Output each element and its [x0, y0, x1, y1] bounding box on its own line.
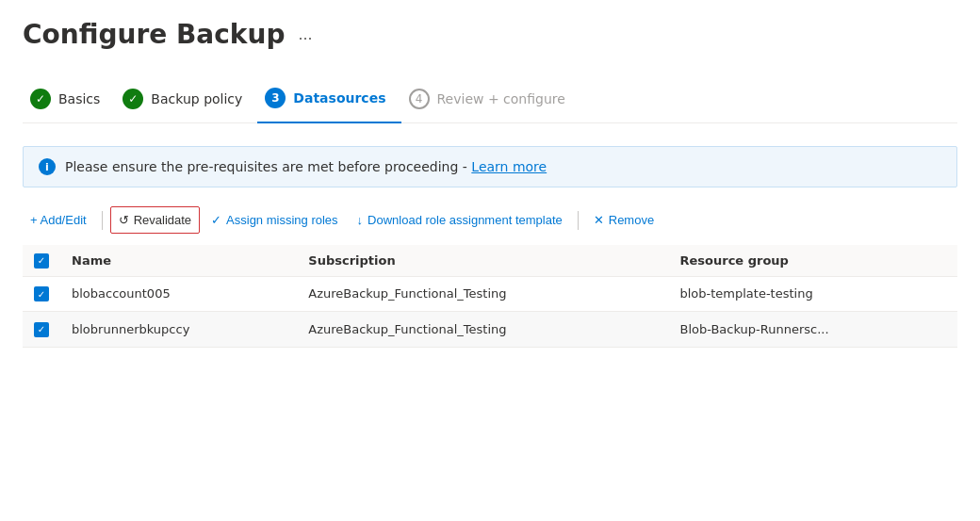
table-header-row: Name Subscription Resource group	[23, 245, 957, 276]
revalidate-label: Revalidate	[134, 213, 191, 227]
table-row: blobrunnerbkupccy AzureBackup_Functional…	[23, 312, 957, 348]
row-name-1: blobrunnerbkupccy	[60, 312, 297, 348]
info-banner-text: Please ensure the pre-requisites are met…	[65, 159, 547, 174]
download-button[interactable]: ↓ Download role assignment template	[350, 207, 570, 233]
row-subscription-0: AzureBackup_Functional_Testing	[297, 276, 668, 312]
row-name-0: blobaccount005	[60, 276, 297, 312]
info-banner: i Please ensure the pre-requisites are m…	[23, 146, 957, 187]
datasources-table: Name Subscription Resource group blobacc…	[23, 245, 957, 348]
add-edit-button[interactable]: + Add/Edit	[23, 207, 94, 233]
info-icon: i	[39, 158, 56, 175]
col-header-name: Name	[60, 245, 297, 276]
step-datasources[interactable]: 3 Datasources	[257, 76, 400, 123]
page-title-row: Configure Backup ...	[23, 19, 957, 50]
row-resource-group-1: Blob-Backup-Runnersc...	[668, 312, 957, 348]
col-header-checkbox	[23, 245, 60, 276]
row-checkbox-0[interactable]	[34, 286, 49, 301]
learn-more-link[interactable]: Learn more	[471, 159, 547, 174]
assign-roles-label: Assign missing roles	[226, 213, 338, 227]
toolbar-separator-1	[102, 211, 103, 230]
assign-roles-icon: ✓	[211, 213, 221, 227]
select-all-checkbox[interactable]	[34, 253, 49, 269]
remove-icon: ✕	[594, 213, 604, 227]
download-label: Download role assignment template	[368, 213, 563, 227]
step-backup-policy[interactable]: ✓ Backup policy	[115, 77, 257, 122]
table-row: blobaccount005 AzureBackup_Functional_Te…	[23, 276, 957, 312]
page-title: Configure Backup	[23, 19, 285, 50]
step-label-datasources: Datasources	[293, 90, 385, 106]
step-check-icon-policy: ✓	[122, 89, 143, 109]
row-checkbox-1[interactable]	[34, 322, 49, 337]
row-resource-group-0: blob-template-testing	[668, 276, 957, 312]
step-review-configure[interactable]: 4 Review + configure	[401, 77, 580, 122]
step-outline-icon-review: 4	[409, 89, 430, 109]
step-number-icon-datasources: 3	[265, 88, 286, 108]
col-header-subscription: Subscription	[297, 245, 668, 276]
page-container: Configure Backup ... ✓ Basics ✓ Backup p…	[0, 0, 980, 366]
assign-roles-button[interactable]: ✓ Assign missing roles	[204, 207, 346, 233]
revalidate-button[interactable]: ↺ Revalidate	[110, 206, 200, 234]
row-subscription-1: AzureBackup_Functional_Testing	[297, 312, 668, 348]
remove-label: Remove	[609, 213, 654, 227]
step-label-basics: Basics	[58, 91, 100, 106]
step-basics[interactable]: ✓ Basics	[23, 77, 115, 122]
step-label-policy: Backup policy	[151, 91, 242, 106]
ellipsis-button[interactable]: ...	[292, 23, 318, 46]
remove-button[interactable]: ✕ Remove	[586, 207, 662, 233]
col-header-resource-group: Resource group	[668, 245, 957, 276]
add-edit-label: + Add/Edit	[30, 213, 87, 227]
download-icon: ↓	[357, 213, 364, 227]
revalidate-icon: ↺	[119, 213, 129, 227]
wizard-steps: ✓ Basics ✓ Backup policy 3 Datasources 4…	[23, 76, 957, 123]
row-checkbox-cell	[23, 276, 60, 312]
step-check-icon-basics: ✓	[30, 89, 51, 109]
toolbar: + Add/Edit ↺ Revalidate ✓ Assign missing…	[23, 206, 957, 234]
step-label-review: Review + configure	[437, 91, 565, 106]
toolbar-separator-2	[578, 211, 579, 230]
row-checkbox-cell	[23, 312, 60, 348]
